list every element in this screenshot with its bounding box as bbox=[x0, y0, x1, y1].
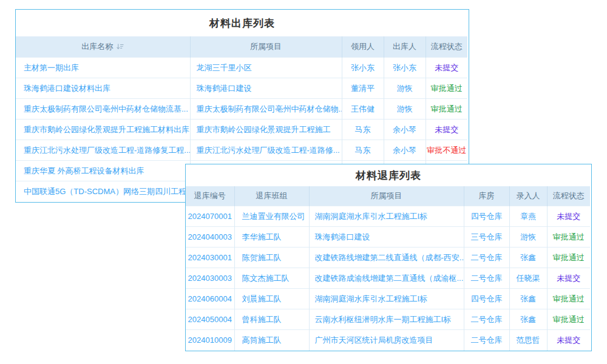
outbound-name-link[interactable]: 重庆市鹅岭公园绿化景观提升工程施工材料出库 bbox=[16, 120, 190, 140]
table-row: 重庆市鹅岭公园绿化景观提升工程施工材料出库 重庆市鹅岭公园绿化景观提升工程施工 … bbox=[16, 120, 467, 140]
return-team-cell: 陈贺施工队 bbox=[234, 248, 309, 268]
outbound-col-header-name-label: 出库名称 bbox=[81, 42, 113, 51]
return-col-header-recorder: 录入人 bbox=[509, 186, 547, 206]
return-col-header-project: 所属项目 bbox=[309, 186, 464, 206]
table-row: 珠海鹤港口建设材料出库 珠海鹤港口建设 董清平 游恢 审批通过 bbox=[16, 78, 467, 99]
status-badge: 未提交 bbox=[547, 330, 590, 351]
return-code-link[interactable]: 2024030003 bbox=[186, 268, 234, 289]
status-badge: 审批通过 bbox=[426, 99, 467, 120]
return-project-cell: 湖南洞庭湖水库引水工程施工I标 bbox=[309, 206, 464, 227]
status-badge: 审批通过 bbox=[547, 289, 590, 309]
outbound-col-header-project: 所属项目 bbox=[190, 36, 342, 58]
return-code-link[interactable]: 2024070001 bbox=[186, 206, 234, 227]
return-project-cell: 广州市天河区统计局机房改造项目 bbox=[309, 330, 464, 351]
return-code-link[interactable]: 2024040003 bbox=[186, 227, 234, 248]
return-warehouse-cell: 四号仓库 bbox=[464, 206, 509, 227]
return-warehouse-cell: 二号仓库 bbox=[464, 330, 509, 351]
outbound-recipient-cell: 马东 bbox=[342, 120, 384, 140]
return-recorder-cell: 任晓渠 bbox=[509, 268, 547, 289]
return-col-header-status: 流程状态 bbox=[547, 186, 590, 206]
return-project-cell: 云南水利枢纽潜明水库一期工程施工I标 bbox=[309, 309, 464, 330]
outbound-project-cell: 龙湖三千里小区 bbox=[190, 58, 342, 78]
outbound-name-link[interactable]: 重庆华夏 外高桥工程设备材料出库 bbox=[16, 161, 190, 181]
table-row: 2024060004 刘晨施工队 湖南洞庭湖水库引水工程施工I标 四号仓库 张鑫… bbox=[186, 289, 590, 309]
return-team-cell: 陈文杰施工队 bbox=[234, 268, 309, 289]
outbound-project-cell: 重庆江北污水处理厂级改造工程-道路修... bbox=[190, 140, 342, 161]
status-badge: 未提交 bbox=[547, 268, 590, 289]
outbound-col-header-issuer: 出库人 bbox=[384, 36, 426, 58]
return-code-link[interactable]: 2024050004 bbox=[186, 309, 234, 330]
return-team-cell: 兰迪置业有限公司 bbox=[234, 206, 309, 227]
outbound-name-link[interactable]: 主材第一期出库 bbox=[16, 58, 190, 78]
return-recorder-cell: 张鑫 bbox=[509, 309, 547, 330]
return-team-cell: 李华施工队 bbox=[234, 227, 309, 248]
return-project-cell: 珠海鹤港口建设 bbox=[309, 227, 464, 248]
outbound-name-link[interactable]: 中国联通5G（TD-SCDMA）网络三期四川工程... bbox=[16, 181, 190, 202]
table-row: 重庆太极制药有限公司亳州中药材仓储物流基... 重庆太极制药有限公司亳州中药材仓… bbox=[16, 99, 467, 120]
sort-descending-icon[interactable] bbox=[116, 42, 124, 52]
outbound-project-cell: 重庆市鹅岭公园绿化景观提升工程施工 bbox=[190, 120, 342, 140]
table-row: 重庆江北污水处理厂级改造工程-道路修复工程... 重庆江北污水处理厂级改造工程-… bbox=[16, 140, 467, 161]
outbound-header-row: 出库名称 所属项目 领用人 出库人 流程状态 bbox=[16, 36, 467, 58]
return-project-cell: 改建铁路成渝线增建第二直通线（成渝枢... bbox=[309, 268, 464, 289]
return-warehouse-cell: 二号仓库 bbox=[464, 309, 509, 330]
status-badge: 审批通过 bbox=[426, 78, 467, 99]
table-row: 2024050004 曾科施工队 云南水利枢纽潜明水库一期工程施工I标 二号仓库… bbox=[186, 309, 590, 330]
return-team-cell: 曾科施工队 bbox=[234, 309, 309, 330]
return-recorder-cell: 章燕 bbox=[509, 206, 547, 227]
status-badge: 审批通过 bbox=[547, 227, 590, 248]
outbound-name-link[interactable]: 重庆江北污水处理厂级改造工程-道路修复工程... bbox=[16, 140, 190, 161]
outbound-recipient-cell: 王伟健 bbox=[342, 99, 384, 120]
return-code-link[interactable]: 2024030001 bbox=[186, 248, 234, 268]
outbound-col-header-recipient: 领用人 bbox=[342, 36, 384, 58]
return-table-panel: 材料退库列表 退库编号 退库班组 所属项目 库房 录入人 流程状态 202407… bbox=[185, 164, 592, 351]
status-badge: 审批通过 bbox=[547, 248, 590, 268]
return-project-cell: 改建铁路线增建第二线直通线（成都-西安... bbox=[309, 248, 464, 268]
return-code-link[interactable]: 2024060004 bbox=[186, 289, 234, 309]
outbound-issuer-cell: 张小东 bbox=[384, 58, 426, 78]
return-warehouse-cell: 二号仓库 bbox=[464, 268, 509, 289]
return-warehouse-cell: 四号仓库 bbox=[464, 289, 509, 309]
outbound-project-cell: 珠海鹤港口建设 bbox=[190, 78, 342, 99]
return-col-header-team: 退库班组 bbox=[234, 186, 309, 206]
outbound-issuer-cell: 游恢 bbox=[384, 78, 426, 99]
return-recorder-cell: 张鑫 bbox=[509, 248, 547, 268]
outbound-issuer-cell: 游恢 bbox=[384, 99, 426, 120]
return-table-title: 材料退库列表 bbox=[186, 164, 591, 186]
return-recorder-cell: 张鑫 bbox=[509, 289, 547, 309]
outbound-name-link[interactable]: 珠海鹤港口建设材料出库 bbox=[16, 78, 190, 99]
outbound-recipient-cell: 马东 bbox=[342, 140, 384, 161]
return-project-cell: 湖南洞庭湖水库引水工程施工I标 bbox=[309, 289, 464, 309]
return-warehouse-cell: 三号仓库 bbox=[464, 227, 509, 248]
return-warehouse-cell: 二号仓库 bbox=[464, 248, 509, 268]
table-row: 2024040003 李华施工队 珠海鹤港口建设 三号仓库 游恢 审批通过 bbox=[186, 227, 590, 248]
table-row: 2024070001 兰迪置业有限公司 湖南洞庭湖水库引水工程施工I标 四号仓库… bbox=[186, 206, 590, 227]
return-recorder-cell: 游恢 bbox=[509, 227, 547, 248]
status-badge: 未提交 bbox=[426, 120, 467, 140]
return-code-link[interactable]: 2024010009 bbox=[186, 330, 234, 351]
outbound-issuer-cell: 余小琴 bbox=[384, 140, 426, 161]
table-row: 主材第一期出库 龙湖三千里小区 张小东 张小东 未提交 bbox=[16, 58, 467, 78]
return-table: 退库编号 退库班组 所属项目 库房 录入人 流程状态 2024070001 兰迪… bbox=[186, 186, 590, 351]
return-recorder-cell: 范思哲 bbox=[509, 330, 547, 351]
outbound-recipient-cell: 董清平 bbox=[342, 78, 384, 99]
status-badge: 审批不通过 bbox=[426, 140, 467, 161]
status-badge: 审批通过 bbox=[547, 309, 590, 330]
status-badge: 未提交 bbox=[426, 58, 467, 78]
outbound-col-header-status: 流程状态 bbox=[426, 36, 467, 58]
table-row: 2024030003 陈文杰施工队 改建铁路成渝线增建第二直通线（成渝枢... … bbox=[186, 268, 590, 289]
return-team-cell: 高筒施工队 bbox=[234, 330, 309, 351]
outbound-col-header-name[interactable]: 出库名称 bbox=[16, 36, 190, 58]
outbound-name-link[interactable]: 重庆太极制药有限公司亳州中药材仓储物流基... bbox=[16, 99, 190, 120]
return-team-cell: 刘晨施工队 bbox=[234, 289, 309, 309]
outbound-table-title: 材料出库列表 bbox=[16, 10, 469, 36]
return-col-header-warehouse: 库房 bbox=[464, 186, 509, 206]
outbound-issuer-cell: 余小琴 bbox=[384, 120, 426, 140]
return-header-row: 退库编号 退库班组 所属项目 库房 录入人 流程状态 bbox=[186, 186, 590, 206]
status-badge: 未提交 bbox=[547, 206, 590, 227]
outbound-recipient-cell: 张小东 bbox=[342, 58, 384, 78]
table-row: 2024010009 高筒施工队 广州市天河区统计局机房改造项目 二号仓库 范思… bbox=[186, 330, 590, 351]
outbound-project-cell: 重庆太极制药有限公司亳州中药材仓储物... bbox=[190, 99, 342, 120]
table-row: 2024030001 陈贺施工队 改建铁路线增建第二线直通线（成都-西安... … bbox=[186, 248, 590, 268]
return-col-header-code: 退库编号 bbox=[186, 186, 234, 206]
